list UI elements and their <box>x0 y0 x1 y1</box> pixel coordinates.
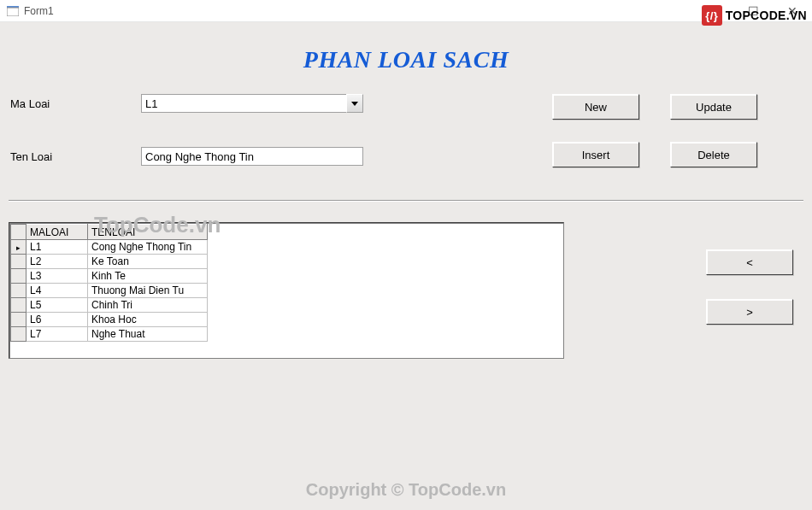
row-selector[interactable] <box>11 284 26 298</box>
window-icon <box>7 5 19 17</box>
button-row-top: New Update <box>552 94 757 120</box>
table-row[interactable]: L2Ke Toan <box>11 255 208 269</box>
cell-maloai[interactable]: L3 <box>26 269 88 284</box>
data-grid[interactable]: MALOAI TENLOAI L1Cong Nghe Thong TinL2Ke… <box>10 224 208 342</box>
grid-header-selector[interactable] <box>11 225 26 240</box>
cell-maloai[interactable]: L6 <box>26 313 88 327</box>
combo-ma-loai[interactable] <box>141 94 363 113</box>
row-selector[interactable] <box>11 298 26 313</box>
cell-maloai[interactable]: L1 <box>26 240 88 255</box>
brand-icon: {/} <box>702 5 722 26</box>
table-row[interactable]: L6Khoa Hoc <box>11 313 208 327</box>
divider <box>9 200 803 202</box>
cell-maloai[interactable]: L5 <box>26 298 88 313</box>
row-selector[interactable] <box>11 240 26 255</box>
page-title: PHAN LOAI SACH <box>303 46 509 73</box>
next-button[interactable]: > <box>706 299 793 325</box>
cell-tenloai[interactable]: Chinh Tri <box>88 298 208 313</box>
label-ma-loai: Ma Loai <box>9 97 141 110</box>
grid-header-maloai[interactable]: MALOAI <box>26 225 88 240</box>
input-ma-loai[interactable] <box>141 94 346 113</box>
combo-dropdown-button[interactable] <box>346 94 363 113</box>
watermark-brand: {/} TOPCODE.VN <box>702 5 807 26</box>
window-title: Form1 <box>24 5 54 17</box>
page-title-wrap: PHAN LOAI SACH <box>9 22 803 94</box>
label-ten-loai: Ten Loai <box>9 150 141 163</box>
row-ma-loai: Ma Loai New Update <box>9 94 803 113</box>
bottom-area: MALOAI TENLOAI L1Cong Nghe Thong TinL2Ke… <box>9 222 803 359</box>
cell-tenloai[interactable]: Nghe Thuat <box>88 327 208 342</box>
watermark-faded: TopCode.vn <box>94 212 221 238</box>
row-selector[interactable] <box>11 255 26 269</box>
watermark-footer: Copyright © TopCode.vn <box>306 480 506 500</box>
data-grid-container[interactable]: MALOAI TENLOAI L1Cong Nghe Thong TinL2Ke… <box>9 222 564 359</box>
delete-button[interactable]: Delete <box>670 142 757 167</box>
cell-maloai[interactable]: L7 <box>26 327 88 342</box>
form-body: PHAN LOAI SACH Ma Loai New Update Ten Lo… <box>0 22 812 510</box>
row-selector[interactable] <box>11 269 26 284</box>
cell-tenloai[interactable]: Ke Toan <box>88 255 208 269</box>
table-row[interactable]: L5Chinh Tri <box>11 298 208 313</box>
row-selector[interactable] <box>11 313 26 327</box>
cell-tenloai[interactable]: Cong Nghe Thong Tin <box>88 240 208 255</box>
row-ten-loai: Ten Loai Insert Delete <box>9 147 803 166</box>
titlebar: Form1 — ☐ ✕ <box>0 0 812 22</box>
cell-maloai[interactable]: L2 <box>26 255 88 269</box>
table-row[interactable]: L7Nghe Thuat <box>11 327 208 342</box>
row-selector[interactable] <box>11 327 26 342</box>
input-ten-loai[interactable] <box>141 147 363 166</box>
table-row[interactable]: L4Thuong Mai Dien Tu <box>11 284 208 298</box>
cell-tenloai[interactable]: Kinh Te <box>88 269 208 284</box>
cell-tenloai[interactable]: Khoa Hoc <box>88 313 208 327</box>
insert-button[interactable]: Insert <box>552 142 639 167</box>
button-row-bottom: Insert Delete <box>552 142 757 167</box>
cell-maloai[interactable]: L4 <box>26 284 88 298</box>
new-button[interactable]: New <box>552 94 639 120</box>
chevron-down-icon <box>351 102 358 106</box>
svg-rect-1 <box>7 8 19 16</box>
table-row[interactable]: L3Kinh Te <box>11 269 208 284</box>
prev-button[interactable]: < <box>706 249 793 275</box>
table-row[interactable]: L1Cong Nghe Thong Tin <box>11 240 208 255</box>
update-button[interactable]: Update <box>670 94 757 120</box>
nav-buttons: < > <box>706 222 793 359</box>
cell-tenloai[interactable]: Thuong Mai Dien Tu <box>88 284 208 298</box>
